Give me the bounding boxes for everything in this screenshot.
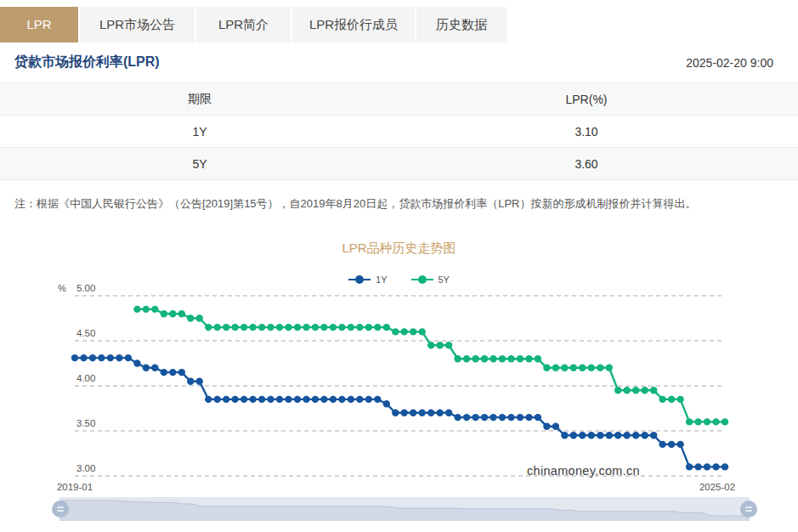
datazoom-left-handle[interactable] (52, 501, 69, 518)
page-title: 贷款市场报价利率(LPR) (14, 54, 160, 71)
tab-lpr-intro[interactable]: LPR简介 (196, 7, 291, 42)
rate-5y: 3.60 (399, 157, 773, 171)
table-header-row: 期限 LPR(%) (0, 83, 798, 116)
chart-title: LPR品种历史走势图 (0, 241, 798, 257)
lpr-rate-table: 期限 LPR(%) 1Y 3.10 5Y 3.60 (0, 82, 798, 180)
column-header-term: 期限 (0, 92, 399, 107)
datazoom-right-handle[interactable] (740, 501, 757, 518)
svg-text:5.00: 5.00 (76, 283, 95, 293)
svg-text:3.00: 3.00 (76, 463, 95, 473)
svg-text:%: % (58, 283, 66, 293)
tab-lpr[interactable]: LPR (0, 7, 78, 42)
tab-bar: LPR LPR市场公告 LPR简介 LPR报价行成员 历史数据 (0, 7, 507, 42)
table-row: 1Y 3.10 (0, 116, 798, 148)
tab-lpr-quoting-banks[interactable]: LPR报价行成员 (292, 7, 415, 42)
svg-text:chinamoney.com.cn: chinamoney.com.cn (527, 464, 640, 478)
term-5y: 5Y (0, 157, 399, 171)
table-row: 5Y 3.60 (0, 148, 798, 180)
svg-text:3.50: 3.50 (76, 418, 95, 428)
footnote: 注：根据《中国人民银行公告》（公告[2019]第15号），自2019年8月20日… (14, 196, 784, 212)
term-1y: 1Y (0, 125, 399, 139)
chart-datazoom-slider[interactable] (59, 497, 750, 521)
tab-lpr-market-notice[interactable]: LPR市场公告 (80, 7, 195, 42)
rate-1y: 3.10 (399, 125, 773, 139)
lpr-history-chart[interactable]: 5.004.504.003.503.00%2019-012025-02china… (0, 280, 798, 498)
svg-text:2019-01: 2019-01 (57, 482, 93, 492)
svg-text:4.50: 4.50 (76, 328, 95, 338)
svg-text:4.00: 4.00 (76, 373, 95, 383)
tab-history-data[interactable]: 历史数据 (416, 7, 507, 42)
svg-text:2025-02: 2025-02 (699, 482, 735, 492)
publish-timestamp: 2025-02-20 9:00 (686, 56, 773, 70)
column-header-lpr: LPR(%) (399, 93, 773, 106)
